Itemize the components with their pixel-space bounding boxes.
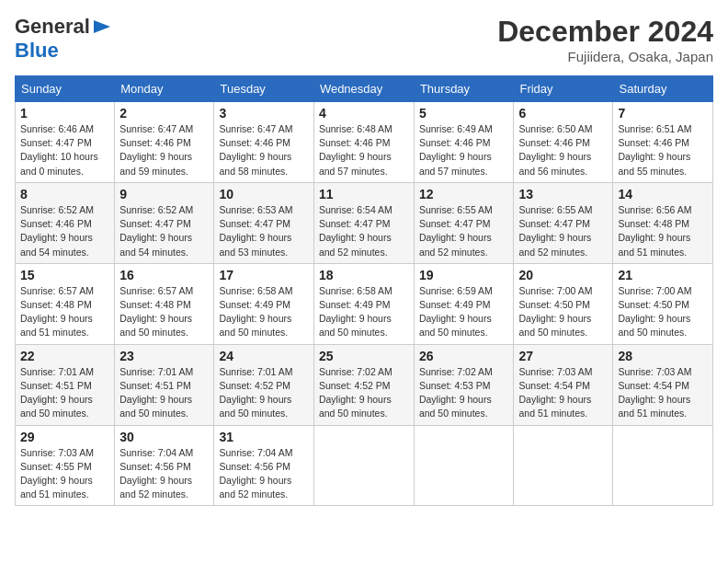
day-info: Sunrise: 7:01 AMSunset: 4:52 PMDaylight:… (219, 365, 308, 421)
day-number: 18 (319, 268, 409, 282)
logo-blue: Blue (15, 39, 59, 63)
col-header-tuesday: Tuesday (214, 76, 313, 102)
day-number: 25 (319, 349, 409, 363)
day-cell (613, 425, 713, 506)
day-info: Sunrise: 6:58 AMSunset: 4:49 PMDaylight:… (319, 284, 409, 340)
col-header-sunday: Sunday (16, 76, 115, 102)
day-number: 1 (20, 106, 109, 121)
col-header-saturday: Saturday (613, 76, 713, 102)
day-number: 22 (20, 349, 109, 363)
day-number: 15 (20, 268, 109, 282)
day-info: Sunrise: 6:52 AMSunset: 4:46 PMDaylight:… (20, 203, 109, 259)
day-info: Sunrise: 6:53 AMSunset: 4:47 PMDaylight:… (219, 203, 308, 259)
day-cell: 20Sunrise: 7:00 AMSunset: 4:50 PMDayligh… (514, 263, 613, 344)
day-number: 9 (119, 187, 209, 201)
day-cell: 23Sunrise: 7:01 AMSunset: 4:51 PMDayligh… (115, 344, 214, 425)
day-cell: 2Sunrise: 6:47 AMSunset: 4:46 PMDaylight… (115, 102, 214, 183)
day-number: 16 (119, 268, 209, 282)
day-info: Sunrise: 7:01 AMSunset: 4:51 PMDaylight:… (119, 365, 209, 421)
day-cell: 19Sunrise: 6:59 AMSunset: 4:49 PMDayligh… (414, 263, 514, 344)
day-cell: 9Sunrise: 6:52 AMSunset: 4:47 PMDaylight… (115, 182, 214, 263)
day-info: Sunrise: 7:03 AMSunset: 4:55 PMDaylight:… (20, 446, 109, 502)
day-number: 31 (219, 430, 308, 444)
day-cell: 18Sunrise: 6:58 AMSunset: 4:49 PMDayligh… (313, 263, 414, 344)
day-cell: 11Sunrise: 6:54 AMSunset: 4:47 PMDayligh… (313, 182, 414, 263)
day-cell: 5Sunrise: 6:49 AMSunset: 4:46 PMDaylight… (414, 102, 514, 183)
day-info: Sunrise: 6:57 AMSunset: 4:48 PMDaylight:… (20, 284, 109, 340)
svg-marker-0 (94, 20, 110, 33)
day-number: 6 (518, 106, 608, 121)
day-number: 13 (518, 187, 608, 201)
day-info: Sunrise: 6:57 AMSunset: 4:48 PMDaylight:… (119, 284, 209, 340)
col-header-friday: Friday (514, 76, 613, 102)
week-row-4: 22Sunrise: 7:01 AMSunset: 4:51 PMDayligh… (16, 344, 713, 425)
day-number: 26 (419, 349, 509, 363)
day-info: Sunrise: 6:46 AMSunset: 4:47 PMDaylight:… (20, 122, 109, 178)
day-number: 2 (119, 106, 209, 121)
day-info: Sunrise: 7:00 AMSunset: 4:50 PMDaylight:… (618, 284, 708, 340)
day-number: 8 (20, 187, 109, 201)
day-number: 11 (319, 187, 409, 201)
logo: General Blue (15, 15, 110, 63)
day-cell: 16Sunrise: 6:57 AMSunset: 4:48 PMDayligh… (115, 263, 214, 344)
day-number: 19 (419, 268, 509, 282)
month-year: December 2024 (497, 15, 713, 49)
day-cell (313, 425, 414, 506)
day-number: 4 (319, 106, 409, 121)
day-number: 27 (518, 349, 608, 363)
day-cell: 3Sunrise: 6:47 AMSunset: 4:46 PMDaylight… (214, 102, 313, 183)
day-info: Sunrise: 6:58 AMSunset: 4:49 PMDaylight:… (219, 284, 308, 340)
day-cell: 15Sunrise: 6:57 AMSunset: 4:48 PMDayligh… (16, 263, 115, 344)
day-number: 24 (219, 349, 308, 363)
calendar-table: SundayMondayTuesdayWednesdayThursdayFrid… (15, 75, 713, 506)
week-row-3: 15Sunrise: 6:57 AMSunset: 4:48 PMDayligh… (16, 263, 713, 344)
column-headers: SundayMondayTuesdayWednesdayThursdayFrid… (16, 76, 713, 102)
day-cell: 1Sunrise: 6:46 AMSunset: 4:47 PMDaylight… (16, 102, 115, 183)
day-cell: 31Sunrise: 7:04 AMSunset: 4:56 PMDayligh… (214, 425, 313, 506)
day-cell: 8Sunrise: 6:52 AMSunset: 4:46 PMDaylight… (16, 182, 115, 263)
day-info: Sunrise: 7:02 AMSunset: 4:52 PMDaylight:… (319, 365, 409, 421)
day-info: Sunrise: 6:47 AMSunset: 4:46 PMDaylight:… (219, 122, 308, 178)
day-info: Sunrise: 7:04 AMSunset: 4:56 PMDaylight:… (119, 446, 209, 502)
day-number: 28 (618, 349, 708, 363)
day-info: Sunrise: 7:01 AMSunset: 4:51 PMDaylight:… (20, 365, 109, 421)
day-info: Sunrise: 6:55 AMSunset: 4:47 PMDaylight:… (419, 203, 509, 259)
day-number: 10 (219, 187, 308, 201)
day-cell: 27Sunrise: 7:03 AMSunset: 4:54 PMDayligh… (514, 344, 613, 425)
day-cell: 13Sunrise: 6:55 AMSunset: 4:47 PMDayligh… (514, 182, 613, 263)
day-cell: 22Sunrise: 7:01 AMSunset: 4:51 PMDayligh… (16, 344, 115, 425)
day-info: Sunrise: 6:50 AMSunset: 4:46 PMDaylight:… (518, 122, 608, 178)
day-number: 7 (618, 106, 708, 121)
day-cell (414, 425, 514, 506)
day-cell: 21Sunrise: 7:00 AMSunset: 4:50 PMDayligh… (613, 263, 713, 344)
day-info: Sunrise: 7:03 AMSunset: 4:54 PMDaylight:… (518, 365, 608, 421)
day-info: Sunrise: 6:54 AMSunset: 4:47 PMDaylight:… (319, 203, 409, 259)
col-header-thursday: Thursday (414, 76, 514, 102)
day-info: Sunrise: 7:04 AMSunset: 4:56 PMDaylight:… (219, 446, 308, 502)
day-info: Sunrise: 6:47 AMSunset: 4:46 PMDaylight:… (119, 122, 209, 178)
day-info: Sunrise: 7:00 AMSunset: 4:50 PMDaylight:… (518, 284, 608, 340)
day-cell: 26Sunrise: 7:02 AMSunset: 4:53 PMDayligh… (414, 344, 514, 425)
day-number: 30 (119, 430, 209, 444)
col-header-wednesday: Wednesday (313, 76, 414, 102)
day-info: Sunrise: 6:49 AMSunset: 4:46 PMDaylight:… (419, 122, 509, 178)
title-block: December 2024 Fujiidera, Osaka, Japan (497, 15, 713, 64)
day-cell: 4Sunrise: 6:48 AMSunset: 4:46 PMDaylight… (313, 102, 414, 183)
day-number: 20 (518, 268, 608, 282)
day-cell: 29Sunrise: 7:03 AMSunset: 4:55 PMDayligh… (16, 425, 115, 506)
day-info: Sunrise: 6:55 AMSunset: 4:47 PMDaylight:… (518, 203, 608, 259)
page-header: General Blue December 2024 Fujiidera, Os… (15, 15, 713, 64)
week-row-5: 29Sunrise: 7:03 AMSunset: 4:55 PMDayligh… (16, 425, 713, 506)
day-cell: 6Sunrise: 6:50 AMSunset: 4:46 PMDaylight… (514, 102, 613, 183)
day-cell: 28Sunrise: 7:03 AMSunset: 4:54 PMDayligh… (613, 344, 713, 425)
location: Fujiidera, Osaka, Japan (497, 49, 713, 64)
day-number: 21 (618, 268, 708, 282)
day-info: Sunrise: 6:56 AMSunset: 4:48 PMDaylight:… (618, 203, 708, 259)
day-cell: 10Sunrise: 6:53 AMSunset: 4:47 PMDayligh… (214, 182, 313, 263)
day-cell: 7Sunrise: 6:51 AMSunset: 4:46 PMDaylight… (613, 102, 713, 183)
day-number: 29 (20, 430, 109, 444)
day-cell: 14Sunrise: 6:56 AMSunset: 4:48 PMDayligh… (613, 182, 713, 263)
day-info: Sunrise: 6:48 AMSunset: 4:46 PMDaylight:… (319, 122, 409, 178)
day-cell: 30Sunrise: 7:04 AMSunset: 4:56 PMDayligh… (115, 425, 214, 506)
week-row-1: 1Sunrise: 6:46 AMSunset: 4:47 PMDaylight… (16, 102, 713, 183)
